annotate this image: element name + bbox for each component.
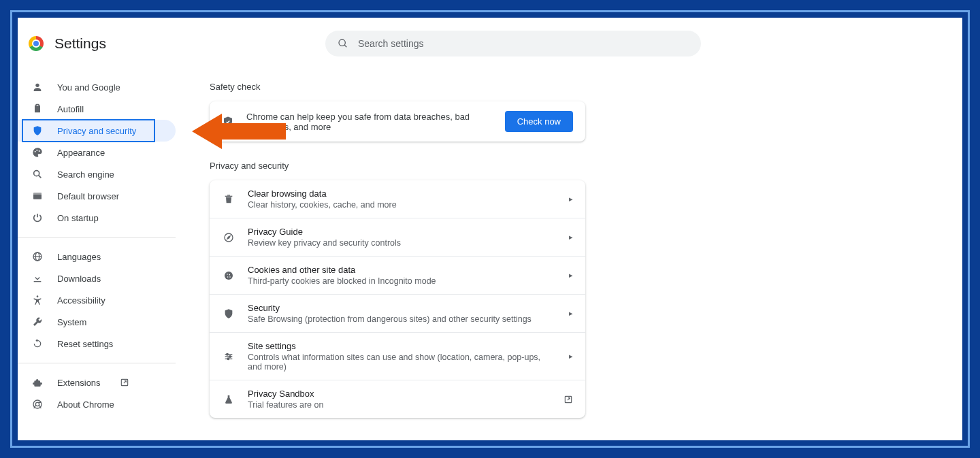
row-title: Security [248, 303, 557, 313]
svg-rect-23 [225, 195, 233, 196]
svg-rect-15 [34, 281, 42, 282]
divider [18, 237, 176, 238]
svg-point-8 [34, 171, 39, 176]
chevron-right-icon: ▸ [569, 309, 573, 318]
svg-point-36 [229, 355, 231, 357]
search-placeholder: Search settings [358, 38, 424, 49]
row-title: Privacy Guide [248, 227, 557, 237]
privacy-row-security[interactable]: SecuritySafe Browsing (protection from d… [210, 294, 585, 332]
svg-point-2 [35, 84, 39, 87]
sidebar-item-label: Appearance [57, 148, 105, 158]
sidebar-item-label: Languages [57, 252, 101, 262]
row-subtitle: Trial features are on [248, 400, 551, 410]
sidebar-item-on-startup[interactable]: On startup [18, 207, 176, 229]
shield-check-icon [222, 116, 234, 128]
sidebar-item-languages[interactable]: Languages [18, 246, 176, 267]
svg-point-30 [227, 276, 229, 278]
svg-point-19 [35, 402, 39, 406]
sidebar-item-label: Accessibility [57, 295, 105, 306]
row-title: Clear browsing data [248, 189, 557, 199]
trash-icon [222, 193, 235, 206]
sidebar-item-system[interactable]: System [18, 311, 176, 333]
svg-point-16 [37, 295, 39, 297]
svg-point-28 [227, 274, 228, 275]
sidebar-item-label: Default browser [57, 191, 119, 201]
svg-point-6 [36, 150, 37, 151]
svg-point-27 [225, 272, 233, 280]
section-title-safety: Safety check [210, 82, 949, 92]
sidebar-item-search-engine[interactable]: Search engine [18, 163, 176, 185]
svg-point-29 [229, 274, 231, 275]
svg-point-7 [39, 150, 40, 152]
sidebar-item-label: About Chrome [57, 399, 114, 410]
main-content: Safety check Chrome can help keep you sa… [176, 18, 962, 440]
svg-point-5 [35, 151, 36, 152]
browser-icon [31, 190, 44, 202]
row-subtitle: Controls what information sites can use … [248, 353, 557, 372]
sidebar-item-privacy-and-security[interactable]: Privacy and security [18, 120, 176, 142]
chevron-right-icon: ▸ [569, 271, 573, 280]
row-title: Site settings [248, 341, 557, 351]
svg-point-31 [229, 276, 231, 278]
sidebar-item-label: Autofill [57, 104, 84, 114]
row-title: Cookies and other site data [248, 265, 557, 275]
svg-rect-4 [36, 104, 39, 106]
sidebar-item-about-chrome[interactable]: About Chrome [18, 393, 176, 415]
search-icon [31, 168, 44, 180]
sidebar-item-label: System [57, 317, 86, 327]
svg-marker-26 [227, 236, 230, 239]
privacy-row-privacy-guide[interactable]: Privacy GuideReview key privacy and secu… [210, 218, 585, 256]
sidebar-item-reset-settings[interactable]: Reset settings [18, 333, 176, 355]
svg-point-35 [227, 353, 229, 355]
accessibility-icon [31, 294, 44, 306]
row-subtitle: Safe Browsing (protection from dangerous… [248, 314, 557, 324]
chevron-right-icon: ▸ [569, 352, 573, 361]
external-link-icon [564, 395, 573, 404]
external-link-icon [120, 378, 129, 387]
svg-line-9 [39, 176, 42, 178]
header: Settings Search settings [18, 18, 962, 69]
privacy-card: Clear browsing dataClear history, cookie… [210, 180, 585, 418]
search-input[interactable]: Search settings [325, 31, 701, 56]
svg-point-0 [339, 39, 345, 46]
globe-icon [31, 250, 44, 263]
section-title-privacy: Privacy and security [210, 161, 949, 171]
sidebar-item-downloads[interactable]: Downloads [18, 267, 176, 289]
sidebar: You and GoogleAutofillPrivacy and securi… [18, 18, 176, 440]
sidebar-item-autofill[interactable]: Autofill [18, 98, 176, 120]
search-icon [338, 38, 348, 49]
privacy-row-clear-browsing-data[interactable]: Clear browsing dataClear history, cookie… [210, 180, 585, 218]
privacy-row-privacy-sandbox[interactable]: Privacy SandboxTrial features are on [210, 380, 585, 418]
privacy-row-cookies-and-other-site-data[interactable]: Cookies and other site dataThird-party c… [210, 256, 585, 294]
row-subtitle: Third-party cookies are blocked in Incog… [248, 276, 557, 286]
sidebar-item-label: Search engine [57, 169, 114, 180]
power-icon [31, 212, 44, 224]
sidebar-item-label: Reset settings [57, 339, 113, 349]
sidebar-item-label: Downloads [57, 274, 101, 284]
download-icon [31, 272, 44, 284]
wrench-icon [31, 316, 44, 328]
privacy-row-site-settings[interactable]: Site settingsControls what information s… [210, 332, 585, 380]
chevron-right-icon: ▸ [569, 233, 573, 242]
row-subtitle: Clear history, cookies, cache, and more [248, 200, 557, 210]
settings-window: Settings Search settings You and GoogleA… [18, 18, 962, 440]
row-title: Privacy Sandbox [248, 389, 551, 399]
person-icon [31, 81, 44, 93]
sidebar-item-accessibility[interactable]: Accessibility [18, 289, 176, 311]
safety-check-card: Chrome can help keep you safe from data … [210, 101, 585, 142]
shield-icon [31, 125, 44, 137]
sidebar-item-extensions[interactable]: Extensions [18, 372, 176, 393]
puzzle-icon [31, 376, 44, 389]
sidebar-item-appearance[interactable]: Appearance [18, 142, 176, 163]
svg-rect-24 [227, 195, 230, 195]
sidebar-item-label: Privacy and security [57, 126, 136, 136]
chrome-icon [31, 398, 44, 410]
check-now-button[interactable]: Check now [505, 111, 573, 132]
flask-icon [222, 393, 235, 406]
sidebar-item-you-and-google[interactable]: You and Google [18, 76, 176, 98]
chrome-logo-icon [29, 36, 44, 51]
sidebar-item-label: On startup [57, 213, 99, 223]
sidebar-item-default-browser[interactable]: Default browser [18, 185, 176, 207]
safety-text: Chrome can help keep you safe from data … [246, 112, 493, 132]
sidebar-item-label: Extensions [57, 378, 101, 388]
